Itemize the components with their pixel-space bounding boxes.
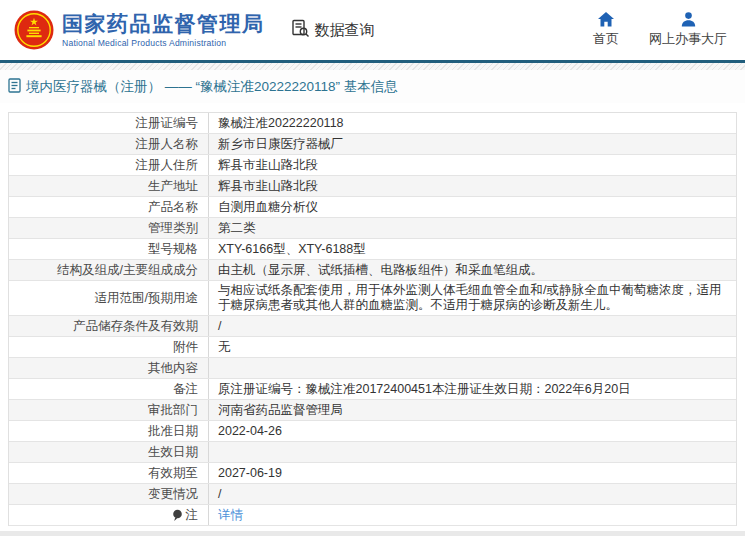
note-icon bbox=[172, 509, 183, 522]
row-value: / bbox=[209, 484, 736, 504]
row-value: 河南省药品监督管理局 bbox=[209, 400, 736, 420]
table-row: 注册人名称新乡市日康医疗器械厂 bbox=[9, 134, 736, 155]
home-icon bbox=[598, 12, 614, 27]
row-label: 审批部门 bbox=[9, 400, 209, 420]
table-row: 注册证编号豫械注准20222220118 bbox=[9, 113, 736, 134]
org-name-en: National Medical Products Administration bbox=[62, 38, 265, 48]
breadcrumb: 境内医疗器械（注册） —— “豫械注准20222220118” 基本信息 bbox=[0, 70, 745, 103]
page: 国家药品监督管理局 National Medical Products Admi… bbox=[0, 0, 745, 536]
row-value: 辉县市韭山路北段 bbox=[209, 155, 736, 175]
table-row: 结构及组成/主要组成成分由主机（显示屏、试纸插槽、电路板组件）和采血笔组成。 bbox=[9, 260, 736, 281]
table-row: 产品名称自测用血糖分析仪 bbox=[9, 197, 736, 218]
row-label-text: 产品名称 bbox=[148, 200, 198, 215]
row-label: 注册证编号 bbox=[9, 113, 209, 133]
table-row: 变更情况/ bbox=[9, 484, 736, 505]
national-emblem-icon bbox=[14, 10, 54, 50]
row-label-text: 备注 bbox=[173, 382, 198, 397]
row-value: 新乡市日康医疗器械厂 bbox=[209, 134, 736, 154]
row-value: 自测用血糖分析仪 bbox=[209, 197, 736, 217]
row-value: 辉县市韭山路北段 bbox=[209, 176, 736, 196]
nav-home[interactable]: 首页 bbox=[593, 12, 619, 48]
row-value: 无 bbox=[209, 337, 736, 357]
row-value bbox=[209, 442, 736, 462]
row-label: 批准日期 bbox=[9, 421, 209, 441]
row-value: 第二类 bbox=[209, 218, 736, 238]
row-label-text: 有效期至 bbox=[148, 466, 198, 481]
data-query-label: 数据查询 bbox=[315, 21, 375, 40]
table-row: 注详情 bbox=[9, 505, 736, 526]
person-icon bbox=[681, 12, 696, 27]
row-label: 生效日期 bbox=[9, 442, 209, 462]
table-row: 附件无 bbox=[9, 337, 736, 358]
logo-text: 国家药品监督管理局 National Medical Products Admi… bbox=[62, 12, 265, 48]
document-icon bbox=[8, 78, 21, 96]
table-row: 注册人住所辉县市韭山路北段 bbox=[9, 155, 736, 176]
row-label: 生产地址 bbox=[9, 176, 209, 196]
row-value: 详情 bbox=[209, 505, 736, 525]
row-label-text: 适用范围/预期用途 bbox=[95, 291, 198, 306]
row-value: / bbox=[209, 316, 736, 336]
row-label-text: 变更情况 bbox=[148, 487, 198, 502]
row-label-text: 管理类别 bbox=[148, 221, 198, 236]
row-label-text: 结构及组成/主要组成成分 bbox=[57, 263, 198, 278]
row-value bbox=[209, 358, 736, 378]
row-label-text: 其他内容 bbox=[148, 361, 198, 376]
table-row: 适用范围/预期用途与相应试纸条配套使用，用于体外监测人体毛细血管全血和/或静脉全… bbox=[9, 281, 736, 316]
row-label: 注册人住所 bbox=[9, 155, 209, 175]
row-label: 产品储存条件及有效期 bbox=[9, 316, 209, 336]
row-label-text: 注册人名称 bbox=[136, 137, 199, 152]
row-value: 2027-06-19 bbox=[209, 463, 736, 483]
row-label: 其他内容 bbox=[9, 358, 209, 378]
detail-link[interactable]: 详情 bbox=[218, 508, 243, 523]
row-label: 有效期至 bbox=[9, 463, 209, 483]
footer-strip bbox=[0, 531, 745, 536]
table-row: 有效期至2027-06-19 bbox=[9, 463, 736, 484]
row-label-text: 注册证编号 bbox=[136, 116, 199, 131]
top-nav: 首页 网上办事大厅 bbox=[593, 12, 727, 48]
row-label: 变更情况 bbox=[9, 484, 209, 504]
row-value: 豫械注准20222220118 bbox=[209, 113, 736, 133]
site-header: 国家药品监督管理局 National Medical Products Admi… bbox=[0, 0, 745, 60]
row-value: 由主机（显示屏、试纸插槽、电路板组件）和采血笔组成。 bbox=[209, 260, 736, 280]
table-row: 生效日期 bbox=[9, 442, 736, 463]
row-label: 注册人名称 bbox=[9, 134, 209, 154]
document-search-icon bbox=[291, 19, 310, 41]
row-label: 型号规格 bbox=[9, 239, 209, 259]
row-label-text: 型号规格 bbox=[148, 242, 198, 257]
row-label: 附件 bbox=[9, 337, 209, 357]
row-label-text: 生效日期 bbox=[148, 445, 198, 460]
row-label-text: 注册人住所 bbox=[136, 158, 199, 173]
row-label: 适用范围/预期用途 bbox=[9, 281, 209, 315]
row-value: XTY-6166型、XTY-6188型 bbox=[209, 239, 736, 259]
table-row: 审批部门河南省药品监督管理局 bbox=[9, 400, 736, 421]
row-label-text: 产品储存条件及有效期 bbox=[73, 319, 198, 334]
row-label-text: 批准日期 bbox=[148, 424, 198, 439]
row-label: 管理类别 bbox=[9, 218, 209, 238]
row-label-text: 审批部门 bbox=[148, 403, 198, 418]
row-label: 注 bbox=[9, 505, 209, 525]
texture-band bbox=[0, 63, 745, 70]
row-label-text: 生产地址 bbox=[148, 179, 198, 194]
row-value: 与相应试纸条配套使用，用于体外监测人体毛细血管全血和/或静脉全血中葡萄糖浓度，适… bbox=[209, 281, 736, 315]
nmpa-logo[interactable]: 国家药品监督管理局 National Medical Products Admi… bbox=[14, 10, 265, 50]
org-name-cn: 国家药品监督管理局 bbox=[62, 12, 265, 36]
data-query-tab[interactable]: 数据查询 bbox=[291, 19, 375, 41]
nav-online-hall[interactable]: 网上办事大厅 bbox=[649, 12, 727, 48]
row-value: 2022-04-26 bbox=[209, 421, 736, 441]
table-row: 备注原注册证编号：豫械注准20172400451本注册证生效日期：2022年6月… bbox=[9, 379, 736, 400]
breadcrumb-text: 境内医疗器械（注册） —— “豫械注准20222220118” 基本信息 bbox=[26, 78, 398, 96]
row-label: 结构及组成/主要组成成分 bbox=[9, 260, 209, 280]
nav-home-label: 首页 bbox=[593, 30, 619, 48]
row-label: 备注 bbox=[9, 379, 209, 399]
table-row: 产品储存条件及有效期/ bbox=[9, 316, 736, 337]
row-label: 产品名称 bbox=[9, 197, 209, 217]
info-table: 注册证编号豫械注准20222220118注册人名称新乡市日康医疗器械厂注册人住所… bbox=[8, 112, 737, 526]
row-label-text: 附件 bbox=[173, 340, 198, 355]
nav-online-hall-label: 网上办事大厅 bbox=[649, 30, 727, 48]
row-label-text: 注 bbox=[186, 508, 199, 523]
row-value: 原注册证编号：豫械注准20172400451本注册证生效日期：2022年6月20… bbox=[209, 379, 736, 399]
table-row: 其他内容 bbox=[9, 358, 736, 379]
table-row: 型号规格XTY-6166型、XTY-6188型 bbox=[9, 239, 736, 260]
table-row: 批准日期2022-04-26 bbox=[9, 421, 736, 442]
table-row: 生产地址辉县市韭山路北段 bbox=[9, 176, 736, 197]
